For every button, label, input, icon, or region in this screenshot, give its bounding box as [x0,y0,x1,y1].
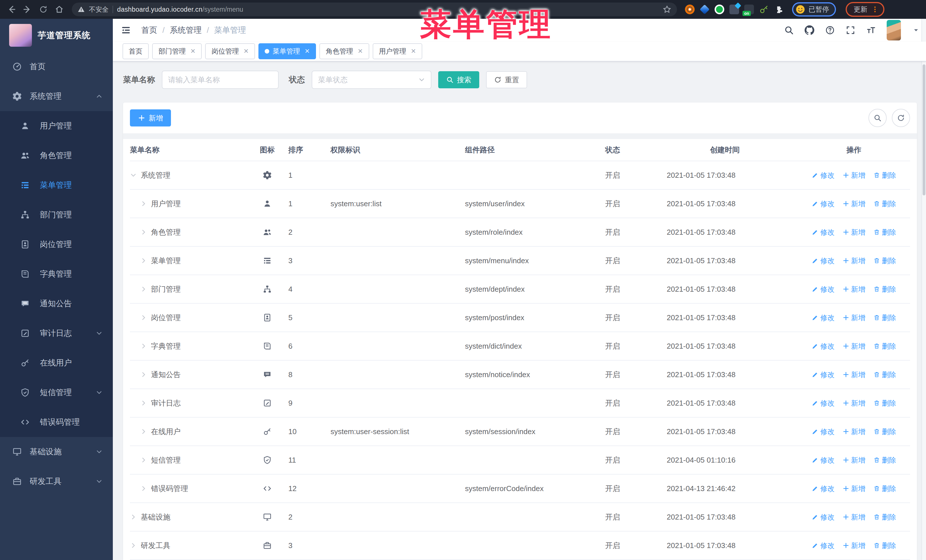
sidebar-item-dept[interactable]: 部门管理 [0,200,113,229]
row-expand-expand-icon[interactable] [140,457,147,463]
row-expand-expand-icon[interactable] [140,343,147,350]
add-child-link[interactable]: 新增 [843,370,865,379]
delete-link[interactable]: 删除 [873,398,896,408]
delete-link[interactable]: 删除 [873,541,896,550]
bookmark-star-icon[interactable] [663,5,671,14]
tab-user[interactable]: 用户管理✕ [373,43,422,59]
tab-menu[interactable]: 菜单管理✕ [259,43,316,59]
sidebar-item-post[interactable]: 岗位管理 [0,229,113,259]
sidebar-logo[interactable]: 芋道管理系统 [0,19,113,52]
close-tab-icon[interactable]: ✕ [243,48,248,55]
edit-link[interactable]: 修改 [812,285,835,294]
browser-back-button[interactable] [5,3,18,16]
add-child-link[interactable]: 新增 [843,199,865,208]
add-child-link[interactable]: 新增 [843,171,865,180]
edit-link[interactable]: 修改 [812,427,835,436]
tab-dept[interactable]: 部门管理✕ [152,43,202,59]
browser-home-button[interactable] [53,3,66,16]
sidebar-item-dict[interactable]: 字典管理 [0,259,113,289]
row-expand-collapse-icon[interactable] [130,172,137,179]
reset-button[interactable]: 重置 [486,71,527,88]
help-icon[interactable] [825,25,835,35]
browser-forward-button[interactable] [21,3,34,16]
row-expand-expand-icon[interactable] [140,400,147,406]
search-button[interactable]: 搜索 [438,71,479,88]
edit-link[interactable]: 修改 [812,398,835,408]
delete-link[interactable]: 删除 [873,228,896,237]
browser-update-button[interactable]: 更新 [846,2,884,17]
edit-link[interactable]: 修改 [812,199,835,208]
add-child-link[interactable]: 新增 [843,341,865,351]
sidebar-item-system[interactable]: 系统管理 [0,82,113,111]
delete-link[interactable]: 删除 [873,341,896,351]
row-expand-expand-icon[interactable] [140,428,147,435]
add-child-link[interactable]: 新增 [843,313,865,323]
add-child-link[interactable]: 新增 [843,541,865,550]
sidebar-item-infra[interactable]: 基础设施 [0,437,113,466]
profile-paused-chip[interactable]: 已暂停 [792,2,836,17]
menu-name-input[interactable] [162,71,278,89]
close-tab-icon[interactable]: ✕ [304,48,310,55]
row-expand-expand-icon[interactable] [140,200,147,207]
row-expand-expand-icon[interactable] [140,314,147,321]
sidebar-item-dev-tool[interactable]: 研发工具 [0,466,113,496]
edit-link[interactable]: 修改 [812,541,835,550]
user-avatar[interactable] [887,20,901,41]
sidebar-item-role[interactable]: 角色管理 [0,141,113,171]
browser-reload-button[interactable] [36,3,50,16]
delete-link[interactable]: 删除 [873,512,896,522]
edit-link[interactable]: 修改 [812,256,835,266]
browser-menu-icon[interactable] [871,6,879,13]
tab-post[interactable]: 岗位管理✕ [205,43,255,59]
extension-switch-icon[interactable]: on [744,5,754,14]
edit-link[interactable]: 修改 [812,171,835,180]
add-child-link[interactable]: 新增 [843,512,865,522]
edit-link[interactable]: 修改 [812,370,835,379]
sidebar-item-sms[interactable]: 短信管理 [0,378,113,408]
edit-link[interactable]: 修改 [812,484,835,494]
tab-role[interactable]: 角色管理✕ [319,43,369,59]
edit-link[interactable]: 修改 [812,313,835,323]
add-button[interactable]: 新增 [130,109,171,127]
delete-link[interactable]: 删除 [873,427,896,436]
sidebar-item-online-user[interactable]: 在线用户 [0,348,113,378]
edit-link[interactable]: 修改 [812,456,835,465]
security-label[interactable]: 不安全 [89,5,109,14]
breadcrumb-system[interactable]: 系统管理 [170,25,202,36]
sidebar-item-menu[interactable]: 菜单管理 [0,171,113,200]
delete-link[interactable]: 删除 [873,370,896,379]
add-child-link[interactable]: 新增 [843,256,865,266]
delete-link[interactable]: 删除 [873,171,896,180]
row-expand-expand-icon[interactable] [140,229,147,235]
extension-green-circle-icon[interactable] [714,5,724,14]
fullscreen-icon[interactable] [846,25,855,35]
row-expand-expand-icon[interactable] [130,513,137,521]
chevron-down-icon[interactable] [913,27,919,33]
extension-target-icon[interactable] [685,5,694,14]
extension-diamond-icon[interactable] [700,5,710,15]
github-icon[interactable] [805,25,814,35]
close-tab-icon[interactable]: ✕ [357,48,363,55]
add-child-link[interactable]: 新增 [843,285,865,294]
address-bar[interactable]: 不安全 dashboard.yudao.iocoder.cn/system/me… [72,3,677,16]
extensions-puzzle-icon[interactable] [774,5,784,14]
extension-grid-icon[interactable] [729,5,739,14]
edit-link[interactable]: 修改 [812,341,835,351]
status-select[interactable]: 菜单状态 [312,71,431,89]
row-expand-expand-icon[interactable] [140,257,147,264]
delete-link[interactable]: 删除 [873,256,896,266]
close-tab-icon[interactable]: ✕ [411,48,416,55]
search-icon[interactable] [784,25,794,35]
add-child-link[interactable]: 新增 [843,398,865,408]
sidebar-item-notice[interactable]: 通知公告 [0,289,113,318]
add-child-link[interactable]: 新增 [843,427,865,436]
close-tab-icon[interactable]: ✕ [190,48,195,55]
row-expand-expand-icon[interactable] [130,542,137,549]
row-expand-expand-icon[interactable] [140,286,147,293]
scrollbar-thumb[interactable] [923,64,925,195]
edit-link[interactable]: 修改 [812,512,835,522]
delete-link[interactable]: 删除 [873,313,896,323]
toggle-search-button[interactable] [869,109,887,127]
row-expand-expand-icon[interactable] [140,371,147,378]
sidebar-item-error-code[interactable]: 错误码管理 [0,408,113,437]
